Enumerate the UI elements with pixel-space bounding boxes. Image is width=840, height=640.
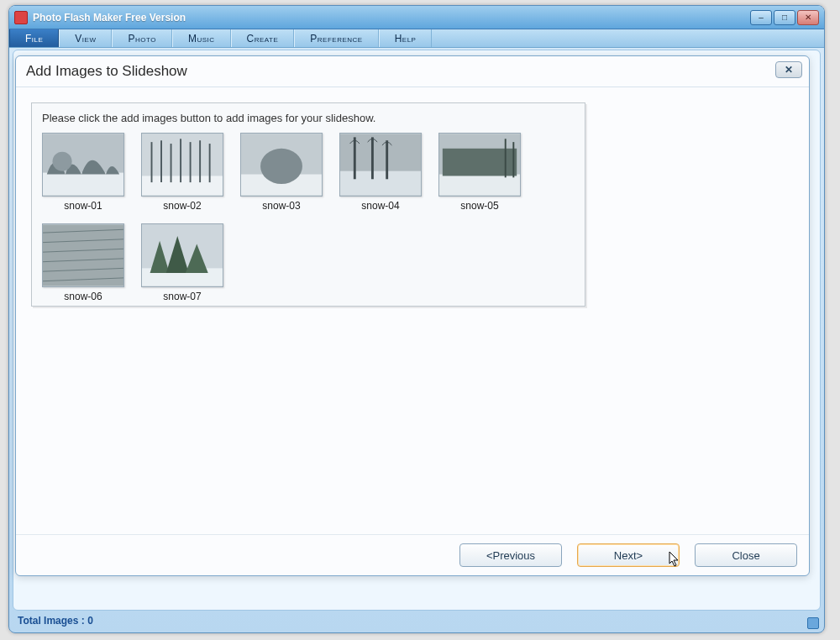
next-button[interactable]: Next> bbox=[577, 543, 680, 567]
total-images-label: Total Images : 0 bbox=[18, 615, 93, 627]
thumbnail-label: snow-06 bbox=[64, 291, 102, 302]
menu-view[interactable]: View bbox=[59, 29, 112, 47]
thumbnail-label: snow-02 bbox=[163, 200, 201, 212]
maximize-button[interactable]: □ bbox=[774, 10, 795, 25]
thumbnail-image bbox=[42, 133, 124, 197]
thumbnail-item[interactable]: snow-05 bbox=[438, 133, 521, 212]
titlebar[interactable]: Photo Flash Maker Free Version – □ ✕ bbox=[9, 6, 824, 29]
dialog-titlebar: Add Images to Slideshow ✕ bbox=[16, 56, 809, 87]
previous-button[interactable]: <Previous bbox=[459, 543, 562, 567]
thumbnail-label: snow-03 bbox=[262, 200, 300, 212]
prompt-text: Please click the add images button to ad… bbox=[42, 112, 575, 124]
svg-rect-4 bbox=[142, 176, 223, 195]
thumbnail-item[interactable]: snow-01 bbox=[42, 133, 124, 212]
menu-preference[interactable]: Preference bbox=[294, 29, 378, 47]
window-controls: – □ ✕ bbox=[750, 10, 819, 25]
menu-file[interactable]: File bbox=[9, 29, 59, 47]
thumbnail-image bbox=[141, 133, 223, 197]
thumbnail-item[interactable]: snow-06 bbox=[42, 223, 124, 302]
svg-rect-21 bbox=[439, 175, 520, 196]
add-images-dialog: Add Images to Slideshow ✕ Please click t… bbox=[15, 55, 810, 576]
close-button[interactable]: Close bbox=[695, 543, 797, 567]
dialog-body: Please click the add images button to ad… bbox=[16, 87, 809, 534]
dialog-footer: <Previous Next> Close bbox=[16, 534, 809, 575]
thumbnail-item[interactable]: snow-04 bbox=[339, 133, 422, 212]
status-icon bbox=[807, 617, 819, 629]
prompt-panel: Please click the add images button to ad… bbox=[31, 102, 585, 307]
svg-point-2 bbox=[53, 152, 72, 171]
menu-photo[interactable]: Photo bbox=[112, 29, 171, 47]
thumbnail-image bbox=[141, 223, 223, 287]
status-bar: Total Images : 0 bbox=[14, 612, 819, 629]
thumbnail-item[interactable]: snow-02 bbox=[141, 133, 223, 212]
thumbnail-item[interactable]: snow-07 bbox=[141, 223, 223, 302]
svg-rect-1 bbox=[43, 173, 123, 196]
dialog-title: Add Images to Slideshow bbox=[26, 63, 187, 79]
svg-point-14 bbox=[260, 149, 302, 184]
app-icon bbox=[14, 11, 28, 24]
menu-help[interactable]: Help bbox=[379, 29, 433, 47]
svg-rect-16 bbox=[340, 171, 421, 196]
thumbnail-label: snow-04 bbox=[361, 200, 399, 212]
thumbnail-image bbox=[240, 133, 323, 197]
menubar: File View Photo Music Create Preference … bbox=[9, 29, 824, 48]
close-window-button[interactable]: ✕ bbox=[797, 10, 819, 25]
menu-music[interactable]: Music bbox=[172, 29, 231, 47]
dialog-close-button[interactable]: ✕ bbox=[775, 61, 802, 78]
window-title: Photo Flash Maker Free Version bbox=[33, 12, 750, 24]
svg-rect-25 bbox=[43, 225, 123, 286]
thumbnail-image bbox=[339, 133, 422, 197]
thumbnail-label: snow-07 bbox=[163, 291, 201, 302]
menu-create[interactable]: Create bbox=[231, 29, 295, 47]
thumbnail-image bbox=[42, 223, 124, 287]
thumbnail-label: snow-01 bbox=[64, 200, 102, 212]
thumbnail-label: snow-05 bbox=[460, 200, 498, 212]
minimize-button[interactable]: – bbox=[750, 10, 772, 25]
thumbnail-item[interactable]: snow-03 bbox=[240, 133, 323, 212]
thumbnail-grid: snow-01 snow-02 snow-03 bbox=[42, 133, 575, 302]
thumbnail-image bbox=[438, 133, 521, 197]
